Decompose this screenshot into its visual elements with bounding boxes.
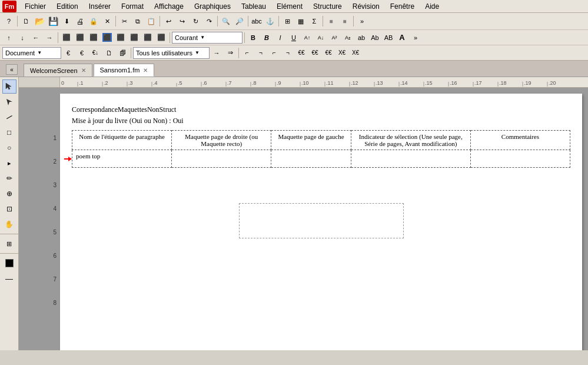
spellcheck-button[interactable]: abc	[250, 15, 263, 28]
help-button[interactable]: ?	[2, 15, 15, 28]
align-justify-btn[interactable]: ⬛	[101, 31, 114, 44]
A-btn[interactable]: A	[396, 31, 408, 44]
special3-btn[interactable]: ⌐	[268, 47, 281, 59]
menu-revision[interactable]: Révision	[348, 1, 384, 12]
font-dropdown[interactable]: Courant ▼	[172, 32, 242, 44]
frame-tool[interactable]: ⊡	[2, 202, 16, 216]
redo-button[interactable]: ↪	[175, 15, 188, 28]
align-btn2[interactable]: ≡	[338, 15, 351, 28]
special9-btn[interactable]: X€	[349, 47, 362, 59]
special2-btn[interactable]: ¬	[254, 47, 267, 59]
menu-inserer[interactable]: Insérer	[84, 1, 115, 12]
menu-fenetre[interactable]: Fenêtre	[386, 1, 419, 12]
align6-btn[interactable]: ⬛	[141, 31, 154, 44]
text-frame-placeholder[interactable]	[239, 203, 404, 238]
more-btn[interactable]: »	[356, 15, 368, 28]
ellipse-tool[interactable]: ○	[2, 141, 16, 155]
subscript-btn[interactable]: A₂	[341, 31, 354, 44]
align5-btn[interactable]: ⬛	[128, 31, 141, 44]
menu-fichier[interactable]: Fichier	[20, 1, 51, 12]
menu-affichage[interactable]: Affichage	[150, 1, 188, 12]
table-button[interactable]: ⊞	[281, 15, 294, 28]
tab-welcome-close[interactable]: ✕	[81, 67, 86, 74]
special7-btn[interactable]: €€	[322, 47, 335, 59]
pointer-tool[interactable]	[2, 95, 16, 109]
pen-tool[interactable]: ✏	[2, 171, 16, 185]
cut-button[interactable]: ✂	[118, 15, 131, 28]
Ab-btn[interactable]: Ab	[368, 31, 381, 44]
menu-edition[interactable]: Edition	[52, 1, 83, 12]
menu-tableau[interactable]: Tableau	[237, 1, 271, 12]
underline-btn[interactable]: U	[287, 31, 300, 44]
bold2-btn[interactable]: B	[260, 31, 273, 44]
special4-btn[interactable]: ¬	[281, 47, 294, 59]
arrow-tool[interactable]: ▸	[2, 156, 16, 170]
doc-btn1[interactable]: 🗋	[102, 47, 115, 59]
menu-aide[interactable]: Aide	[420, 1, 444, 12]
save-button[interactable]: 💾	[46, 15, 59, 28]
menu-graphiques[interactable]: Graphiques	[190, 1, 235, 12]
menu-structure[interactable]: Structure	[308, 1, 347, 12]
import-button[interactable]: ⬇	[60, 15, 73, 28]
special5-btn[interactable]: €€	[295, 47, 308, 59]
indent-up-btn[interactable]: ↑	[2, 31, 15, 44]
sum-button[interactable]: Σ	[308, 15, 321, 28]
doc-btn2[interactable]: 🗐	[116, 47, 129, 59]
special6-btn[interactable]: €€	[308, 47, 321, 59]
align-left-btn[interactable]: ⬛	[60, 31, 73, 44]
fill-tool[interactable]	[2, 256, 16, 270]
select-tool[interactable]	[2, 79, 16, 94]
align4-btn[interactable]: ⬛	[114, 31, 127, 44]
align-btn1[interactable]: ≡	[325, 15, 338, 28]
euro2-btn[interactable]: €	[75, 47, 88, 59]
close-doc-button[interactable]: ✕	[101, 15, 114, 28]
line-tool[interactable]: /	[2, 110, 16, 124]
ab-btn[interactable]: ab	[355, 31, 368, 44]
menu-element[interactable]: Elément	[272, 1, 307, 12]
special8-btn[interactable]: X€	[335, 47, 348, 59]
align7-btn[interactable]: ⬛	[155, 31, 168, 44]
hand-tool[interactable]: ✋	[2, 217, 16, 231]
superscript-btn[interactable]: A²	[328, 31, 341, 44]
anchor-button[interactable]: ⚓	[264, 15, 277, 28]
italic-btn[interactable]: I	[274, 31, 287, 44]
page-scroll[interactable]: 1 2 3 4 5 6 7 8 CorrespondanceMaquettesN…	[19, 88, 588, 350]
minus-tool[interactable]: —	[2, 271, 16, 286]
font-size2-btn[interactable]: A↓	[314, 31, 327, 44]
users-dropdown[interactable]: Tous les utilisateurs ▼	[133, 47, 210, 59]
redo2-button[interactable]: ↷	[202, 15, 215, 28]
tab-collapse-button[interactable]: «	[6, 64, 18, 75]
tab-welcome[interactable]: WelcomeScreen ✕	[24, 64, 92, 77]
special1-btn[interactable]: ⌐	[241, 47, 254, 59]
tab-sansnom-close[interactable]: ✕	[143, 67, 148, 74]
open-button[interactable]: 📂	[33, 15, 46, 28]
indent-left-btn[interactable]: ←	[29, 31, 42, 44]
copy-button[interactable]: ⧉	[131, 15, 144, 28]
indent-right-btn[interactable]: →	[43, 31, 56, 44]
table-ins-tool[interactable]: ⊞	[2, 237, 16, 251]
euro3-btn[interactable]: €↓	[89, 47, 102, 59]
new-button[interactable]: 🗋	[19, 15, 32, 28]
print-button[interactable]: 🖨	[74, 15, 87, 28]
align-center-btn[interactable]: ⬛	[74, 31, 87, 44]
menu-format[interactable]: Format	[117, 1, 148, 12]
tab-sansnom[interactable]: Sansnom1.fm ✕	[94, 64, 155, 77]
paste-button[interactable]: 📋	[145, 15, 158, 28]
bold-btn[interactable]: B	[247, 31, 260, 44]
align-right-btn[interactable]: ⬛	[87, 31, 100, 44]
document-dropdown[interactable]: Document ▼	[2, 47, 61, 59]
arrow-right2-btn[interactable]: ⇒	[224, 47, 237, 59]
table2-button[interactable]: ▦	[294, 15, 307, 28]
lock-button[interactable]: 🔒	[87, 15, 100, 28]
zoom-tool[interactable]: ⊕	[2, 187, 16, 201]
search2-button[interactable]: 🔎	[233, 15, 246, 28]
search-button[interactable]: 🔍	[220, 15, 232, 28]
more2-btn[interactable]: »	[409, 31, 422, 44]
AB-btn[interactable]: AB	[382, 31, 395, 44]
cell-poem-top[interactable]: poem top	[72, 150, 172, 168]
undo2-button[interactable]: ↻	[189, 15, 202, 28]
font-size-btn[interactable]: A↑	[301, 31, 314, 44]
rect-tool[interactable]: □	[2, 125, 16, 140]
arrow-right-btn[interactable]: →	[210, 47, 223, 59]
euro-btn[interactable]: €	[62, 47, 75, 59]
